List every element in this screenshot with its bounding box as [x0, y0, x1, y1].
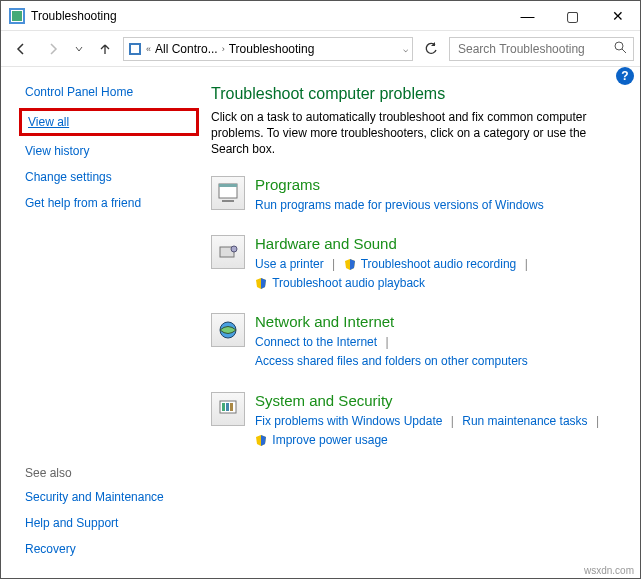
search-input[interactable] [456, 41, 614, 57]
forward-button[interactable] [39, 35, 67, 63]
svg-rect-15 [226, 403, 229, 411]
shield-icon [255, 277, 267, 289]
page-title: Troubleshoot computer problems [211, 85, 620, 103]
link-access-shared-files[interactable]: Access shared files and folders on other… [255, 354, 528, 368]
sidebar-control-panel-home[interactable]: Control Panel Home [25, 85, 199, 99]
svg-rect-4 [131, 45, 139, 53]
category-system-security: System and Security Fix problems with Wi… [211, 392, 620, 450]
category-title-network[interactable]: Network and Internet [255, 313, 620, 330]
search-box[interactable] [449, 37, 634, 61]
maximize-button[interactable]: ▢ [550, 1, 595, 30]
svg-rect-14 [222, 403, 225, 411]
category-title-programs[interactable]: Programs [255, 176, 620, 193]
sidebar-security-maintenance[interactable]: Security and Maintenance [25, 490, 199, 504]
sidebar-get-help-friend[interactable]: Get help from a friend [25, 196, 199, 210]
link-improve-power-usage[interactable]: Improve power usage [272, 433, 387, 447]
programs-icon [211, 176, 245, 210]
shield-icon [344, 258, 356, 270]
back-button[interactable] [7, 35, 35, 63]
svg-rect-8 [219, 184, 237, 187]
svg-rect-2 [12, 11, 22, 21]
address-bar[interactable]: « All Contro... › Troubleshooting ⌵ [123, 37, 413, 61]
sidebar: Control Panel Home View all View history… [1, 67, 211, 578]
link-troubleshoot-audio-playback[interactable]: Troubleshoot audio playback [272, 276, 425, 290]
chevron-icon: « [146, 44, 151, 54]
refresh-button[interactable] [417, 37, 445, 61]
close-button[interactable]: ✕ [595, 1, 640, 30]
recent-dropdown[interactable] [71, 35, 87, 63]
link-troubleshoot-audio-recording[interactable]: Troubleshoot audio recording [361, 257, 517, 271]
category-hardware-sound: Hardware and Sound Use a printer | Troub… [211, 235, 620, 293]
link-connect-internet[interactable]: Connect to the Internet [255, 335, 377, 349]
link-run-programs-previous-windows[interactable]: Run programs made for previous versions … [255, 198, 544, 212]
link-fix-windows-update[interactable]: Fix problems with Windows Update [255, 414, 442, 428]
system-icon [211, 392, 245, 426]
help-icon[interactable]: ? [616, 67, 634, 85]
window-title: Troubleshooting [31, 9, 505, 23]
app-icon [9, 8, 25, 24]
watermark: wsxdn.com [584, 565, 634, 576]
divider: | [451, 414, 454, 428]
link-run-maintenance[interactable]: Run maintenance tasks [462, 414, 587, 428]
see-also-header: See also [25, 466, 199, 480]
sidebar-view-all[interactable]: View all [19, 108, 199, 136]
up-button[interactable] [91, 35, 119, 63]
sidebar-view-history[interactable]: View history [25, 144, 199, 158]
svg-rect-9 [222, 200, 234, 202]
category-title-system[interactable]: System and Security [255, 392, 620, 409]
search-icon[interactable] [614, 41, 627, 57]
page-intro: Click on a task to automatically trouble… [211, 109, 591, 158]
divider: | [385, 335, 388, 349]
control-panel-icon [128, 42, 142, 56]
sidebar-help-support[interactable]: Help and Support [25, 516, 199, 530]
svg-point-5 [615, 42, 623, 50]
category-programs: Programs Run programs made for previous … [211, 176, 620, 215]
divider: | [332, 257, 335, 271]
svg-rect-16 [230, 403, 233, 411]
breadcrumb-seg-1[interactable]: All Contro... [155, 42, 218, 56]
minimize-button[interactable]: — [505, 1, 550, 30]
svg-line-6 [622, 49, 626, 53]
breadcrumb-seg-2[interactable]: Troubleshooting [229, 42, 315, 56]
link-use-printer[interactable]: Use a printer [255, 257, 324, 271]
divider: | [525, 257, 528, 271]
title-bar: Troubleshooting — ▢ ✕ [1, 1, 640, 31]
category-network-internet: Network and Internet Connect to the Inte… [211, 313, 620, 371]
main-panel: ? Troubleshoot computer problems Click o… [211, 67, 640, 578]
chevron-down-icon[interactable]: ⌵ [403, 44, 408, 54]
svg-point-11 [231, 246, 237, 252]
divider: | [596, 414, 599, 428]
window-controls: — ▢ ✕ [505, 1, 640, 30]
nav-bar: « All Contro... › Troubleshooting ⌵ [1, 31, 640, 67]
network-icon [211, 313, 245, 347]
sidebar-recovery[interactable]: Recovery [25, 542, 199, 556]
chevron-icon: › [222, 44, 225, 54]
category-title-hardware[interactable]: Hardware and Sound [255, 235, 620, 252]
shield-icon [255, 434, 267, 446]
hardware-icon [211, 235, 245, 269]
sidebar-change-settings[interactable]: Change settings [25, 170, 199, 184]
